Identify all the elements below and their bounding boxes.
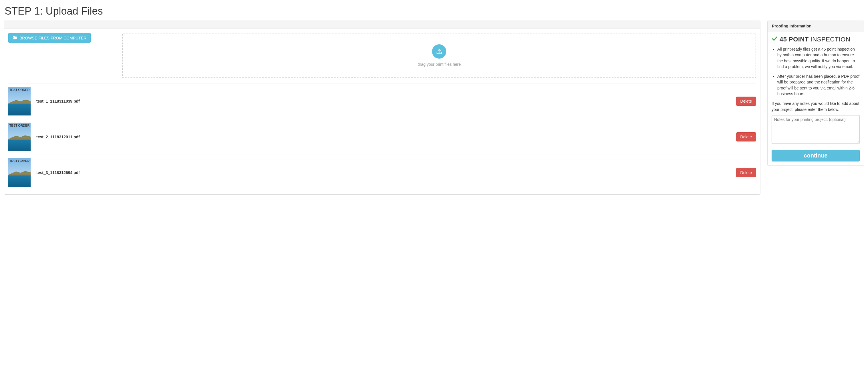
file-thumbnail: TEST ORDER xyxy=(8,87,31,116)
file-name: test_2_1118312011.pdf xyxy=(36,135,736,139)
inspection-bullet: All print-ready files get a 45 point ins… xyxy=(777,46,860,69)
file-name: test_1_1118311039.pdf xyxy=(36,99,736,103)
file-thumbnail: TEST ORDER xyxy=(8,158,31,187)
thumbnail-label: TEST ORDER xyxy=(8,160,31,163)
page-title: STEP 1: Upload Files xyxy=(5,5,864,17)
inspection-bold-text: 45 POINT xyxy=(780,36,809,43)
thumbnail-label: TEST ORDER xyxy=(8,124,31,127)
file-row: TEST ORDERtest_1_1118311039.pdfDelete xyxy=(8,83,756,119)
delete-button[interactable]: Delete xyxy=(736,132,756,141)
file-row: TEST ORDERtest_3_1118312694.pdfDelete xyxy=(8,155,756,190)
browse-files-label: BROWSE FILES FROM COMPUTER xyxy=(20,36,86,40)
proofing-panel: Proofing Information 45 POINT INSPECTION… xyxy=(767,21,864,166)
folder-open-icon xyxy=(12,35,17,40)
file-list: TEST ORDERtest_1_1118311039.pdfDeleteTES… xyxy=(8,83,756,190)
proofing-panel-header: Proofing Information xyxy=(768,21,864,31)
thumbnail-label: TEST ORDER xyxy=(8,88,31,92)
file-thumbnail: TEST ORDER xyxy=(8,123,31,151)
file-row: TEST ORDERtest_2_1118312011.pdfDelete xyxy=(8,119,756,155)
check-icon xyxy=(772,35,778,43)
notes-prompt: If you have any notes you would like to … xyxy=(772,101,860,112)
continue-button[interactable]: continue xyxy=(772,150,860,162)
inspection-bullets: All print-ready files get a 45 point ins… xyxy=(772,46,860,97)
delete-button[interactable]: Delete xyxy=(736,97,756,106)
project-notes-input[interactable] xyxy=(772,115,860,144)
inspection-heading: 45 POINT INSPECTION xyxy=(772,35,860,43)
browse-files-button[interactable]: BROWSE FILES FROM COMPUTER xyxy=(8,33,91,43)
inspection-bullet: After your order has been placed, a PDF … xyxy=(777,73,860,97)
dropzone-hint: drag your print files here xyxy=(418,62,461,67)
upload-icon xyxy=(432,44,446,59)
delete-button[interactable]: Delete xyxy=(736,168,756,177)
inspection-light-text: INSPECTION xyxy=(810,36,850,43)
upload-panel-header xyxy=(4,21,760,29)
file-dropzone[interactable]: drag your print files here xyxy=(122,33,756,78)
file-name: test_3_1118312694.pdf xyxy=(36,170,736,175)
upload-panel: BROWSE FILES FROM COMPUTER drag your pri… xyxy=(4,21,761,195)
